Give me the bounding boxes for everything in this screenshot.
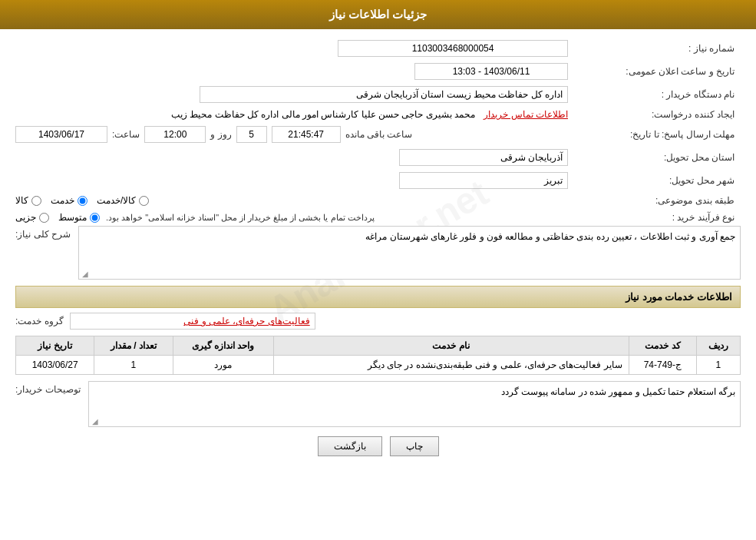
nam-dastgah-value: اداره کل حفاظت محیط زیست استان آذربایجان… — [15, 83, 568, 106]
ijad-konande-label: ایجاد کننده درخواست: — [568, 106, 741, 123]
grooh-row: گروه خدمت: فعالیت‌های حرفه‌ای، علمی و فن… — [15, 313, 741, 330]
nooe-farayand-value: جزیی متوسط پرداخت تمام یا بخشی از مبلغ خ… — [15, 209, 568, 226]
tabaqe-radio-group: کالا خدمت کالا/خدمت — [15, 195, 568, 206]
cell-vahed: مورد — [173, 356, 273, 375]
grooh-link[interactable]: فعالیت‌های حرفه‌ای، علمی و فنی — [183, 316, 309, 326]
table-header-row: ردیف کد خدمت نام خدمت واحد اندازه گیری ت… — [16, 336, 741, 356]
rooz-label: روز و — [210, 129, 231, 140]
tabaqe-value: کالا خدمت کالا/خدمت — [15, 192, 568, 209]
sharh-container: جمع آوری و ثبت اطلاعات ، تعیین رده بندی … — [78, 226, 741, 280]
main-info-grid: شماره نیاز : 1103003468000054 تاریخ و سا… — [15, 37, 741, 226]
shahr-input: تبریز — [399, 172, 568, 189]
buyer-desc-box: برگه استعلام حتما تکمیل و ممهور شده در س… — [88, 381, 741, 427]
print-button[interactable]: چاپ — [390, 436, 439, 456]
cell-radif: 1 — [696, 356, 740, 375]
sharh-label: شرح کلی نیاز: — [15, 226, 71, 240]
radio-kala-label: کالا — [15, 195, 28, 206]
row-ostan: استان محل تحویل: آذربایجان شرقی — [15, 146, 741, 169]
saat-input: 12:00 — [144, 126, 206, 143]
buyer-desc-container: برگه استعلام حتما تکمیل و ممهور شده در س… — [88, 381, 741, 427]
nam-dastgah-input: اداره کل حفاظت محیط زیست استان آذربایجان… — [200, 86, 568, 103]
tarikh-ilan-label: تاریخ و ساعت اعلان عمومی: — [568, 60, 741, 83]
row-tarikh-ilan: تاریخ و ساعت اعلان عمومی: 1403/06/11 - 1… — [15, 60, 741, 83]
saat-mande-input: 21:45:47 — [272, 126, 341, 143]
tarikh-pasokh: 1403/06/17 — [15, 126, 107, 143]
radio-motavasset-label: متوسط — [58, 212, 87, 223]
ostan-value: آذربایجان شرقی — [15, 146, 568, 169]
sharh-text: جمع آوری و ثبت اطلاعات ، تعیین رده بندی … — [365, 231, 735, 242]
ostan-input: آذربایجان شرقی — [399, 149, 568, 166]
radio-kala: کالا — [15, 195, 41, 206]
row-tabaqe: طبقه بندی موضوعی: کالا خدمت کالا/خدمت — [15, 192, 741, 209]
tabaqe-label: طبقه بندی موضوعی: — [568, 192, 741, 209]
buyer-desc-label: توصیحات خریدار: — [15, 381, 81, 395]
radio-kala-input[interactable] — [31, 196, 41, 206]
nam-dastgah-label: نام دستگاه خریدار : — [568, 83, 741, 106]
grooh-label: گروه خدمت: — [15, 316, 64, 326]
buyer-desc-text: برگه استعلام حتما تکمیل و ممهور شده در س… — [501, 386, 735, 397]
col-tedad: تعداد / مقدار — [94, 336, 173, 356]
mohlet-value: 1403/06/17 ساعت: 12:00 روز و 5 21:45:47 … — [15, 123, 568, 146]
nooe-farayand-text: پرداخت تمام یا بخشی از مبلغ خریدار از مح… — [106, 213, 375, 223]
col-radif: ردیف — [696, 336, 740, 356]
radio-khedmat-label: خدمت — [51, 195, 74, 206]
sharh-row: شرح کلی نیاز: جمع آوری و ثبت اطلاعات ، ت… — [15, 226, 741, 280]
row-shahr: شهر محل تحویل: تبریز — [15, 169, 741, 192]
shomare-label: شماره نیاز : — [568, 37, 741, 60]
content-area: AnaFinder.net شماره نیاز : 1103003468000… — [0, 29, 756, 473]
tarikh-ilan-input: 1403/06/11 - 13:03 — [414, 63, 568, 80]
rooz-input: 5 — [236, 126, 267, 143]
radio-khedmat: خدمت — [51, 195, 87, 206]
sharh-box: جمع آوری و ثبت اطلاعات ، تعیین رده بندی … — [78, 226, 741, 280]
row-mohlet: مهلت ارسال پاسخ: تا تاریخ: 1403/06/17 سا… — [15, 123, 741, 146]
cell-kod: ج-749-74 — [629, 356, 696, 375]
ijad-konande-value: اطلاعات تماس خریدار محمد بشیری حاجی حسن … — [15, 106, 568, 123]
radio-jozi: جزیی — [15, 212, 49, 223]
col-kod: کد خدمت — [629, 336, 696, 356]
radio-jozi-input[interactable] — [39, 213, 49, 223]
cell-tarikh: 1403/06/27 — [16, 356, 94, 375]
grooh-input: فعالیت‌های حرفه‌ای، علمی و فنی — [70, 313, 315, 330]
radio-jozi-label: جزیی — [15, 212, 36, 223]
services-table: ردیف کد خدمت نام خدمت واحد اندازه گیری ت… — [15, 336, 741, 375]
row-nam-dastgah: نام دستگاه خریدار : اداره کل حفاظت محیط … — [15, 83, 741, 106]
shomare-value: 1103003468000054 — [15, 37, 568, 60]
col-name: نام خدمت — [273, 336, 629, 356]
saat-label: ساعت: — [112, 129, 140, 140]
col-vahed: واحد اندازه گیری — [173, 336, 273, 356]
button-row: چاپ بازگشت — [15, 436, 741, 456]
resize-handle: ◢ — [81, 270, 88, 277]
saat-mande-label: ساعت باقی مانده — [345, 129, 413, 140]
radio-khedmat-input[interactable] — [78, 196, 87, 206]
row-shomare: شماره نیاز : 1103003468000054 — [15, 37, 741, 60]
services-section-header: اطلاعات خدمات مورد نیاز — [15, 286, 741, 308]
row-nooe-farayand: نوع فرآیند خرید : جزیی متوسط — [15, 209, 741, 226]
page-header: جزئیات اطلاعات نیاز — [0, 0, 756, 29]
farayand-radio-group: جزیی متوسط — [15, 212, 100, 223]
back-button[interactable]: بازگشت — [318, 436, 382, 456]
ijad-konande-link[interactable]: اطلاعات تماس خریدار — [484, 109, 568, 120]
radio-motavasset: متوسط — [58, 212, 100, 223]
ostan-label: استان محل تحویل: — [568, 146, 741, 169]
cell-name: سایر فعالیت‌های حرفه‌ای، علمی و فنی طبقه… — [273, 356, 629, 375]
page-wrapper: جزئیات اطلاعات نیاز AnaFinder.net شماره … — [0, 0, 756, 540]
radio-kala-khedmat-input[interactable] — [139, 196, 149, 206]
row-ijad-konande: ایجاد کننده درخواست: اطلاعات تماس خریدار… — [15, 106, 741, 123]
buyer-resize-handle: ◢ — [91, 417, 98, 425]
radio-kala-khedmat: کالا/خدمت — [97, 195, 149, 206]
nooe-farayand-label: نوع فرآیند خرید : — [568, 209, 741, 226]
col-tarikh: تاریخ نیاز — [16, 336, 94, 356]
cell-tedad: 1 — [94, 356, 173, 375]
tarikh-ilan-value: 1403/06/11 - 13:03 — [15, 60, 568, 83]
shahr-label: شهر محل تحویل: — [568, 169, 741, 192]
mohlet-label: مهلت ارسال پاسخ: تا تاریخ: — [568, 123, 741, 146]
buyer-desc-row: توصیحات خریدار: برگه استعلام حتما تکمیل … — [15, 381, 741, 427]
ijad-konande-text: محمد بشیری حاجی حسن علیا کارشناس امور ما… — [171, 109, 475, 120]
shomare-input: 1103003468000054 — [338, 40, 568, 57]
radio-motavasset-input[interactable] — [90, 213, 100, 223]
page-title: جزئیات اطلاعات نیاز — [329, 8, 427, 21]
shahr-value: تبریز — [15, 169, 568, 192]
radio-kala-khedmat-label: کالا/خدمت — [97, 195, 136, 206]
table-row: 1 ج-749-74 سایر فعالیت‌های حرفه‌ای، علمی… — [16, 356, 741, 375]
